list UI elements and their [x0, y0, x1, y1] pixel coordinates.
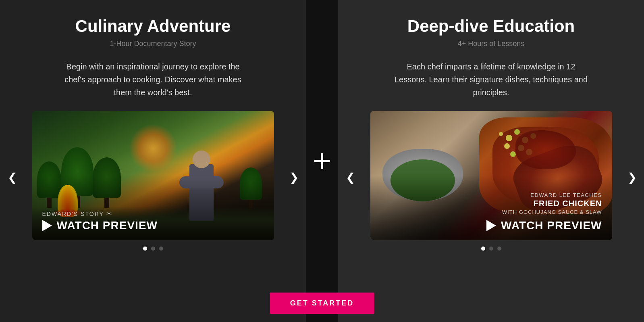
right-panel: ❮ Deep-dive Education 4+ Hours of Lesson…: [338, 0, 644, 322]
left-watch-row: WATCH PREVIEW: [42, 219, 264, 232]
left-panel-prev-arrow[interactable]: ❮: [4, 169, 20, 185]
chef-label: EDWARD LEE TEACHES: [380, 192, 602, 198]
left-video-label: EDWARD'S STORY ✂: [42, 210, 264, 217]
left-panel-description: Begin with an inspirational journey to e…: [56, 60, 250, 99]
left-watch-text: WATCH PREVIEW: [57, 219, 158, 232]
cta-container: GET STARTED: [270, 293, 374, 314]
right-dots: [481, 247, 501, 251]
right-panel-next-arrow[interactable]: ❯: [624, 169, 640, 185]
plus-symbol: +: [313, 145, 332, 177]
lesson-title: FRIED CHICKEN: [380, 199, 602, 208]
left-panel: ❮ Culinary Adventure 1-Hour Documentary …: [0, 0, 306, 322]
right-panel-subtitle: 4+ Hours of Lessons: [458, 40, 525, 48]
right-play-button[interactable]: [486, 220, 496, 231]
lesson-subtitle: WITH GOCHUJANG SAUCE & SLAW: [380, 209, 602, 215]
right-dot-1[interactable]: [481, 247, 485, 251]
right-panel-description: Each chef imparts a lifetime of knowledg…: [395, 60, 588, 99]
scissors-icon: ✂: [106, 210, 112, 217]
left-video-overlay: EDWARD'S STORY ✂ WATCH PREVIEW: [32, 202, 274, 240]
left-video-thumbnail[interactable]: EDWARD'S STORY ✂ WATCH PREVIEW: [32, 111, 274, 240]
main-container: ❮ Culinary Adventure 1-Hour Documentary …: [0, 0, 644, 322]
left-panel-title: Culinary Adventure: [75, 16, 231, 36]
center-divider: +: [306, 0, 338, 322]
left-dot-3[interactable]: [159, 247, 163, 251]
right-panel-title: Deep-dive Education: [407, 16, 575, 36]
right-watch-row: WATCH PREVIEW: [380, 219, 602, 232]
left-panel-next-arrow[interactable]: ❯: [286, 169, 302, 185]
right-video-overlay: EDWARD LEE TEACHES FRIED CHICKEN WITH GO…: [370, 184, 612, 240]
left-play-button[interactable]: [42, 220, 52, 231]
left-dots: [143, 247, 163, 251]
right-watch-text: WATCH PREVIEW: [501, 219, 602, 232]
left-panel-subtitle: 1-Hour Documentary Story: [110, 40, 196, 48]
right-dot-3[interactable]: [497, 247, 501, 251]
left-dot-1[interactable]: [143, 247, 147, 251]
right-panel-prev-arrow[interactable]: ❮: [342, 169, 358, 185]
right-video-thumbnail[interactable]: EDWARD LEE TEACHES FRIED CHICKEN WITH GO…: [370, 111, 612, 240]
right-dot-2[interactable]: [489, 247, 493, 251]
left-dot-2[interactable]: [151, 247, 155, 251]
get-started-button[interactable]: GET STARTED: [270, 293, 374, 314]
